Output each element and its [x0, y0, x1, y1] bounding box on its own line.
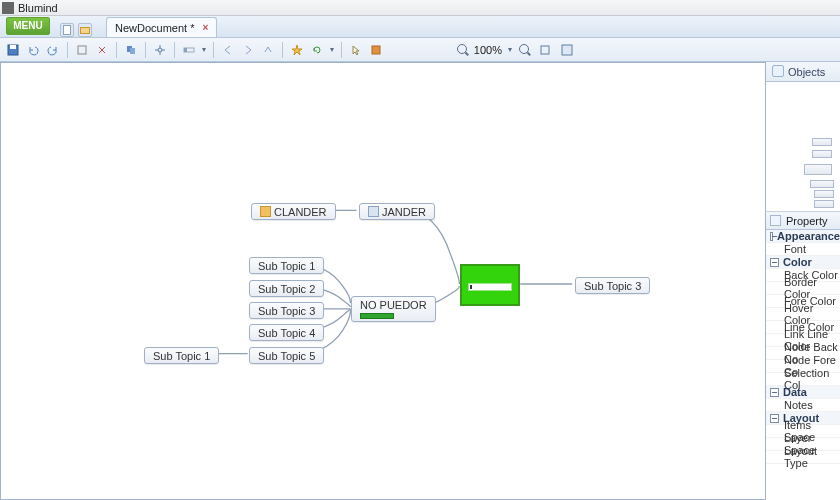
collapse-icon[interactable]	[770, 258, 779, 267]
document-tab[interactable]: NewDocument * ×	[106, 17, 217, 37]
node-jander[interactable]: JANDER	[359, 203, 435, 220]
connection-lines	[1, 63, 765, 499]
svg-rect-4	[130, 48, 135, 54]
undo-icon[interactable]	[24, 41, 42, 59]
save-icon[interactable]	[4, 41, 22, 59]
title-bar: Blumind	[0, 0, 840, 16]
panel-title: Objects	[788, 66, 825, 78]
collapse-icon[interactable]	[770, 388, 779, 397]
star-icon[interactable]	[288, 41, 306, 59]
objects-icon	[772, 65, 784, 77]
back-icon[interactable]	[219, 41, 237, 59]
node-clander[interactable]: CLANDER	[251, 203, 336, 220]
tab-close-icon[interactable]: ×	[202, 22, 208, 33]
progress-bar	[360, 313, 394, 319]
svg-rect-9	[541, 46, 549, 54]
panel-title: Property	[786, 215, 828, 227]
node-label: Sub Topic 1	[258, 260, 315, 272]
node-label: Sub Topic 3	[258, 305, 315, 317]
node-dropdown-icon[interactable]: ▾	[200, 41, 208, 59]
flag-icon[interactable]	[367, 41, 385, 59]
toolbar: ▾ ▾ 100% ▾	[0, 38, 840, 62]
property-icon	[770, 215, 781, 226]
node-sub-topic-3[interactable]: Sub Topic 3	[249, 302, 324, 319]
objects-preview[interactable]	[766, 82, 840, 212]
cut-icon[interactable]	[73, 41, 91, 59]
node-no-puedor[interactable]: NO PUEDOR	[351, 296, 436, 322]
pencil-icon	[260, 206, 271, 217]
objects-panel-header[interactable]: Objects	[766, 62, 840, 82]
zoom-in-icon[interactable]	[518, 43, 532, 57]
open-doc-icon[interactable]	[78, 23, 92, 37]
prop-selection-color[interactable]: Selection Col	[766, 373, 840, 386]
svg-point-5	[158, 48, 162, 52]
node-label: CLANDER	[274, 206, 327, 218]
menu-button[interactable]: MENU	[6, 17, 50, 35]
zoom-out-icon[interactable]	[456, 43, 470, 57]
node-label: NO PUEDOR	[360, 299, 427, 311]
node-sub-topic-5[interactable]: Sub Topic 5	[249, 347, 324, 364]
node-label: Sub Topic 3	[584, 280, 641, 292]
node-label: Sub Topic 4	[258, 327, 315, 339]
app-title: Blumind	[18, 2, 58, 14]
category-appearance[interactable]: Appearance	[766, 230, 840, 243]
node-sub-topic-1b[interactable]: Sub Topic 1	[144, 347, 219, 364]
canvas[interactable]: CLANDER JANDER Sub Topic 1 Sub Topic 2 S…	[0, 62, 765, 500]
app-icon	[2, 2, 14, 14]
svg-rect-2	[78, 46, 86, 54]
checkbox-icon	[368, 206, 379, 217]
refresh-dropdown-icon[interactable]: ▾	[328, 41, 336, 59]
property-panel-header[interactable]: Property	[766, 212, 840, 230]
progress-bar	[468, 283, 512, 291]
prop-hover-color[interactable]: Hover Color	[766, 308, 840, 321]
node-label: JANDER	[382, 206, 426, 218]
svg-rect-8	[372, 46, 380, 54]
category-color[interactable]: Color	[766, 256, 840, 269]
prop-layout-type[interactable]: Layout Type	[766, 451, 840, 464]
redo-icon[interactable]	[44, 41, 62, 59]
property-grid[interactable]: Appearance Font Color Back Color Border …	[766, 230, 840, 500]
side-panel: Objects Property Appearance Font Color B…	[765, 62, 840, 500]
refresh-icon[interactable]	[308, 41, 326, 59]
node-label: Sub Topic 1	[153, 350, 210, 362]
svg-rect-7	[184, 48, 187, 52]
node-label: Sub Topic 2	[258, 283, 315, 295]
node-sub-topic-1[interactable]: Sub Topic 1	[249, 257, 324, 274]
prop-border-color[interactable]: Border Color	[766, 282, 840, 295]
prop-font[interactable]: Font	[766, 243, 840, 256]
prop-notes[interactable]: Notes	[766, 399, 840, 412]
pan-icon[interactable]	[151, 41, 169, 59]
menu-strip: MENU NewDocument * ×	[0, 16, 840, 38]
fit-icon[interactable]	[536, 41, 554, 59]
node-icon[interactable]	[180, 41, 198, 59]
node-sub-topic-2[interactable]: Sub Topic 2	[249, 280, 324, 297]
fwd-icon[interactable]	[239, 41, 257, 59]
node-sub-topic-3r[interactable]: Sub Topic 3	[575, 277, 650, 294]
svg-rect-10	[562, 45, 572, 55]
node-label: Sub Topic 5	[258, 350, 315, 362]
svg-rect-1	[10, 45, 16, 49]
new-doc-icon[interactable]	[60, 23, 74, 37]
node-central[interactable]	[460, 264, 520, 306]
zoom-dropdown-icon[interactable]: ▾	[506, 41, 514, 59]
node-sub-topic-4[interactable]: Sub Topic 4	[249, 324, 324, 341]
find-icon[interactable]	[122, 41, 140, 59]
full-icon[interactable]	[558, 41, 576, 59]
delete-icon[interactable]	[93, 41, 111, 59]
zoom-level[interactable]: 100%	[474, 44, 502, 56]
pointer-icon[interactable]	[347, 41, 365, 59]
collapse-icon[interactable]	[770, 232, 773, 241]
tab-title: NewDocument *	[115, 22, 194, 34]
up-icon[interactable]	[259, 41, 277, 59]
collapse-icon[interactable]	[770, 414, 779, 423]
